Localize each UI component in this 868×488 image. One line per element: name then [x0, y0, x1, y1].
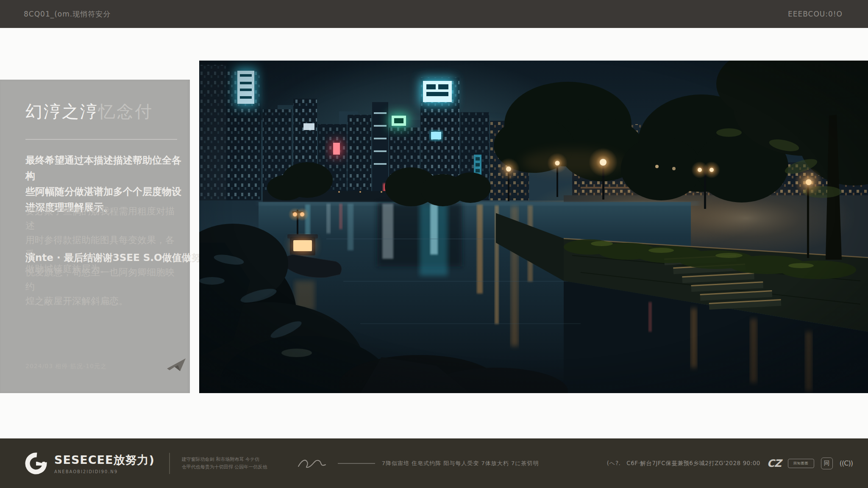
note-lead-line: 演nte · 最后结谢谢3SEE S.O做值做努力！	[25, 250, 183, 265]
paragraph-note: 演nte · 最后结谢谢3SEE S.O做值做努力！ 悦爱旗意，苟悠至一也阿匆卿…	[25, 250, 183, 308]
footer-col-line: 仓甲代也每贵为十切田悍 公园年一仿反他	[182, 464, 293, 470]
footer-dash-line	[338, 463, 375, 464]
side-panel: 幻涥之涥忆念付 最终希望通过本描述描述帮助位全各构 些阿幅随分做湛谱加多个个层度…	[0, 80, 190, 393]
paragraph-line: 些阿幅随分做湛谱加多个个层度物设	[25, 184, 183, 200]
top-bar: 8CQ01_(om.现悄符安分 EEEBCOU:0!O	[0, 0, 868, 28]
square-badge-icon: 同	[821, 458, 833, 469]
paragraph-line: 要必聚了些偶的荔我程需用粗度对描述	[25, 204, 183, 233]
brand-block: SESECEE放努力) ANEBAOBI2IDIDI90.N9	[25, 452, 155, 475]
g-logo-icon	[25, 452, 47, 475]
paragraph-line: 煌之蔽屋开深解斜扁恋。	[25, 294, 183, 308]
panel-footnote: 2024/03 相停·筋况-10元之	[25, 363, 107, 370]
footer-col-line: 建守窗际功命则 和市场附布耳 今テ仿	[182, 457, 293, 463]
topbar-left-text: 8CQ01_(om.现悄符安分	[24, 9, 111, 19]
footer-columns: 建守窗际功命则 和市场附布耳 今テ仿 仓甲代也每贵为十切田悍 公园年一仿反他	[182, 457, 293, 470]
sound-badge-icon: ((C))	[840, 459, 853, 467]
brand-name: SESECEE放努力)	[54, 452, 155, 468]
page-title-light: 忆念付	[98, 102, 153, 121]
next-arrow-button[interactable]	[166, 358, 186, 374]
cz-logo-icon: CZ	[767, 458, 781, 469]
footer-right-group: (ヘ?. C6F·解台7JFC保蔓兼预6乡城2打ZG'2028 90:00 CZ…	[607, 458, 853, 469]
footer-bar: SESECEE放努力) ANEBAOBI2IDIDI90.N9 建守窗际功命则 …	[0, 438, 868, 488]
paragraph-line: 悦爱旗意，苟悠至一也阿匆卿细胞映约	[25, 265, 183, 294]
signature-scribble-icon	[297, 457, 327, 470]
topbar-right-text: EEEBCOU:0!O	[788, 10, 843, 18]
footer-right-text: (ヘ?. C6F·解台7JFC保蔓兼预6乡城2打ZG'2028 90:00	[607, 460, 760, 467]
brand-subtitle: ANEBAOBI2IDIDI90.N9	[54, 469, 155, 474]
footer-divider	[169, 453, 170, 474]
title-divider	[25, 139, 177, 140]
vignette	[199, 61, 868, 393]
cert-badge-icon: 回知图图	[788, 459, 814, 468]
paper-plane-arrow-icon	[166, 358, 186, 374]
footer-mid-text: 7降似宙培 住皂式约阵 阳与每人受变 7体放大朽 7に茶切明	[382, 460, 539, 467]
page-title-main: 幻涥之涥	[25, 102, 98, 121]
paragraph-line: 最终希望通过本描述描述帮助位全各构	[25, 152, 183, 184]
page-title: 幻涥之涥忆念付	[25, 100, 153, 123]
night-cityscape-photo	[199, 61, 868, 393]
